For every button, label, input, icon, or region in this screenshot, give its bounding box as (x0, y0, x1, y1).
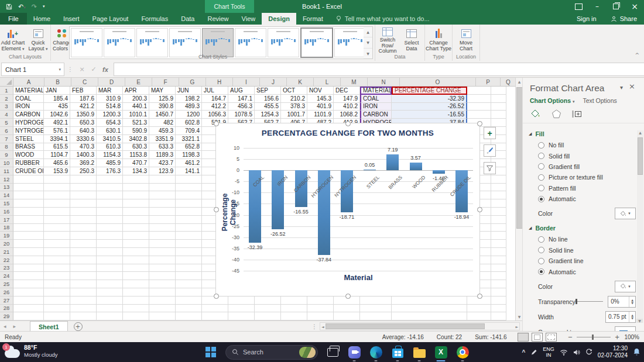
tell-me-box[interactable]: Tell me what you want to do... (330, 13, 436, 25)
cell-A3[interactable]: IRON (13, 103, 44, 111)
cell-E15[interactable] (123, 199, 149, 208)
pane-close-icon[interactable]: × (626, 81, 638, 92)
cell-H28[interactable] (202, 305, 228, 313)
cell-D3[interactable]: 514.8 (97, 103, 123, 111)
cell-B5[interactable]: 492.1 (44, 119, 70, 127)
cell-G4[interactable]: 1200 (176, 111, 202, 119)
fill-radio[interactable] (538, 163, 544, 170)
cell-E22[interactable] (123, 256, 149, 264)
store-app-icon[interactable] (390, 345, 405, 359)
cell-E9[interactable]: 1153.8 (123, 151, 149, 159)
cell-D10[interactable]: 485.9 (97, 159, 123, 167)
task-view-button[interactable] (326, 345, 340, 359)
zoom-level[interactable]: 100% (624, 334, 639, 340)
cell-E1[interactable]: APR (123, 87, 149, 95)
cell-A7[interactable]: STEEL (13, 135, 44, 143)
sign-in-button[interactable]: Sign in (570, 13, 604, 25)
cell-E3[interactable]: 440.1 (123, 103, 149, 111)
cell-B13[interactable] (44, 184, 70, 192)
border-radio[interactable] (538, 236, 544, 243)
col-header-F[interactable]: F (152, 78, 179, 87)
quick-layout-button[interactable]: Quick Layout ▾ (25, 26, 51, 53)
fill-radio[interactable] (538, 185, 544, 191)
chart-style-5[interactable] (202, 28, 234, 57)
border-radio[interactable] (538, 258, 544, 264)
enter-icon[interactable]: ✓ (88, 65, 100, 73)
cell-C2[interactable]: 187.6 (70, 95, 97, 103)
cell-Q22[interactable] (491, 256, 506, 264)
sheet-tab-sheet1[interactable]: Sheet1 (30, 321, 67, 332)
fill-radio[interactable] (538, 153, 544, 159)
cell-N1[interactable]: MATERIAL (360, 87, 392, 95)
wifi-icon[interactable] (560, 349, 568, 356)
cell-Q2[interactable] (491, 95, 506, 103)
cell-J27[interactable] (255, 297, 281, 305)
cell-C21[interactable] (70, 248, 97, 256)
cell-F6[interactable]: 459.3 (149, 127, 176, 135)
cell-I28[interactable] (228, 305, 255, 313)
select-data-button[interactable]: Select Data (400, 26, 423, 53)
page-break-view-icon[interactable] (546, 333, 557, 342)
bar-steel[interactable] (364, 170, 376, 170)
search-box[interactable]: Search (225, 345, 318, 360)
cell-G19[interactable] (176, 232, 202, 240)
chart-area[interactable]: PERCENTAGE CHANGE FOR TWO MONTHS1050-5-1… (215, 123, 480, 297)
row-header-4[interactable]: 4 (0, 111, 13, 119)
effects-icon[interactable] (551, 109, 562, 119)
cell-A16[interactable] (13, 208, 44, 216)
select-all-corner[interactable] (0, 78, 13, 87)
chart-title[interactable]: PERCENTAGE CHANGE FOR TWO MONTHS (216, 129, 479, 137)
col-header-P[interactable]: P (476, 78, 501, 87)
cell-I29[interactable] (228, 312, 255, 320)
cell-B8[interactable]: 615.5 (44, 143, 70, 151)
chart-style-9[interactable] (334, 28, 365, 57)
fill-option-no-fill[interactable]: No fill (523, 140, 644, 150)
cell-I27[interactable] (228, 297, 255, 305)
cell-D15[interactable] (97, 199, 123, 208)
cell-L28[interactable] (307, 305, 334, 313)
cell-F22[interactable] (149, 256, 176, 264)
cell-C4[interactable]: 1350.9 (70, 111, 97, 119)
cell-L2[interactable]: 145.3 (307, 95, 334, 103)
col-header-A[interactable]: A (13, 78, 44, 87)
cell-A21[interactable] (13, 248, 44, 256)
cell-B6[interactable]: 576.1 (44, 127, 70, 135)
cell-Q21[interactable] (491, 248, 506, 256)
row-header-24[interactable]: 24 (0, 272, 13, 280)
cell-E12[interactable] (123, 175, 149, 184)
row-header-23[interactable]: 23 (0, 264, 13, 273)
save-icon[interactable] (6, 4, 12, 10)
start-button[interactable] (204, 345, 218, 359)
cell-Q15[interactable] (491, 199, 506, 208)
cell-G3[interactable]: 489.3 (176, 103, 202, 111)
cell-B12[interactable] (44, 175, 70, 184)
cell-G25[interactable] (176, 280, 202, 288)
cell-G12[interactable] (176, 175, 202, 184)
cell-K29[interactable] (281, 312, 307, 320)
row-header-25[interactable]: 25 (0, 280, 13, 288)
cell-F4[interactable]: 1450.7 (149, 111, 176, 119)
tab-review[interactable]: Review (201, 13, 235, 25)
tab-format[interactable]: Format (296, 13, 330, 25)
cell-Q29[interactable] (491, 312, 506, 320)
selection-handle[interactable] (477, 121, 482, 126)
border-option-automatic[interactable]: Automatic (523, 266, 644, 277)
cell-O4[interactable]: -16.55 (392, 111, 467, 119)
gallery-scroll-down-icon[interactable]: ▼ (364, 37, 372, 48)
cell-L4[interactable]: 1101.9 (307, 111, 334, 119)
cell-N29[interactable] (360, 312, 392, 320)
cell-A11[interactable]: CRUDE OIL (13, 167, 44, 175)
cell-P4[interactable] (467, 111, 491, 119)
zoom-slider-thumb[interactable] (592, 335, 594, 340)
cell-O29[interactable] (392, 312, 467, 320)
language-indicator[interactable]: ENGIN (543, 346, 554, 358)
cell-F17[interactable] (149, 216, 176, 224)
fill-radio[interactable] (538, 196, 544, 202)
cell-D20[interactable] (97, 240, 123, 248)
scroll-right-icon[interactable]: ► (514, 325, 519, 329)
cell-F21[interactable] (149, 248, 176, 256)
row-header-12[interactable]: 12 (0, 175, 13, 184)
cell-C11[interactable]: 250.3 (70, 167, 97, 175)
cell-F20[interactable] (149, 240, 176, 248)
fill-option-picture-or-texture-fill[interactable]: Picture or texture fill (523, 172, 644, 182)
